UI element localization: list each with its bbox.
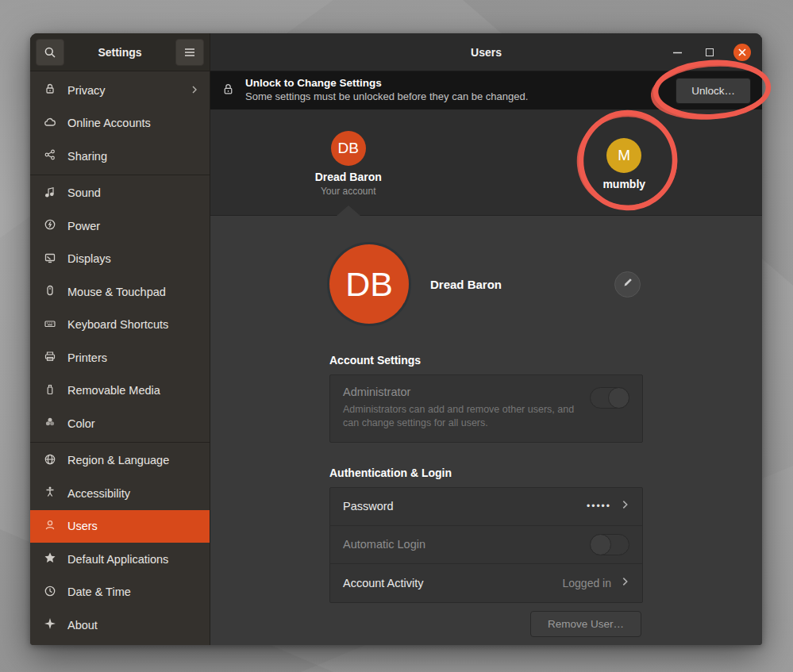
- sidebar-item-power[interactable]: Power: [30, 209, 210, 243]
- sidebar-item-label: Default Applications: [67, 553, 168, 566]
- sidebar-titlebar: Settings: [30, 33, 210, 71]
- sidebar-item-label: Removable Media: [67, 384, 160, 397]
- toggle-knob: [590, 534, 611, 555]
- profile-avatar[interactable]: DB: [329, 244, 409, 324]
- sidebar-item-sound[interactable]: Sound: [30, 177, 210, 210]
- pencil-icon: [622, 277, 633, 291]
- sidebar-item-label: Date & Time: [67, 586, 131, 598]
- flash-drive-icon: [44, 383, 56, 398]
- sidebar-item-label: Printers: [67, 351, 107, 364]
- keyboard-icon: [44, 317, 56, 332]
- administrator-toggle[interactable]: [590, 387, 629, 409]
- sidebar-item-label: Displays: [67, 252, 111, 265]
- globe-icon: [44, 453, 56, 468]
- chevron-right-icon: [621, 499, 629, 513]
- search-button[interactable]: [36, 39, 64, 66]
- users-panel: Users Unlock to Change Settings Some set…: [210, 33, 762, 645]
- automatic-login-row: Automatic Login: [330, 526, 642, 564]
- banner-texts: Unlock to Change Settings Some settings …: [245, 77, 528, 103]
- authentication-card: Password ••••• Automatic Login: [329, 487, 643, 603]
- sidebar-item-online-accounts[interactable]: Online Accounts: [30, 107, 210, 140]
- sidebar-item-displays[interactable]: Displays: [30, 243, 210, 276]
- power-icon: [44, 218, 56, 233]
- minimize-button[interactable]: [668, 44, 686, 61]
- sparkle-icon: [44, 617, 56, 632]
- mouse-icon: [44, 284, 56, 299]
- headerbar: Users: [210, 33, 762, 71]
- sidebar: Settings Privacy Onl: [30, 33, 210, 645]
- account-activity-row[interactable]: Account Activity Logged in: [330, 564, 642, 602]
- printer-icon: [44, 350, 56, 365]
- rename-button[interactable]: [614, 271, 641, 298]
- window-controls: [668, 33, 751, 71]
- maximize-button[interactable]: [701, 44, 718, 61]
- sidebar-item-users[interactable]: Users: [30, 510, 210, 543]
- password-row[interactable]: Password •••••: [330, 488, 642, 526]
- user-selector-strip: DB Dread Baron Your account M mumbly: [210, 109, 762, 216]
- sidebar-item-mouse-touchpad[interactable]: Mouse & Touchpad: [30, 275, 210, 309]
- administrator-row: Administrator Administrators can add and…: [330, 375, 642, 442]
- settings-window: Settings Privacy Onl: [30, 33, 762, 645]
- chevron-right-icon: [191, 84, 198, 97]
- star-icon: [44, 551, 56, 566]
- administrator-description: Administrators can add and remove other …: [343, 403, 581, 430]
- sidebar-item-label: Users: [67, 520, 98, 532]
- remove-user-button[interactable]: Remove User…: [530, 611, 641, 637]
- selected-tab-pointer: [337, 205, 360, 216]
- sidebar-title: Settings: [64, 46, 175, 59]
- sidebar-item-label: Color: [67, 417, 95, 430]
- banner-title: Unlock to Change Settings: [245, 77, 528, 90]
- sidebar-list: Privacy Online Accounts Sharing: [30, 71, 210, 645]
- sidebar-item-label: Keyboard Shortcuts: [67, 318, 168, 331]
- menu-button[interactable]: [175, 39, 204, 66]
- user-tab-dread-baron[interactable]: DB Dread Baron Your account: [210, 109, 487, 215]
- banner-subtitle: Some settings must be unlocked before th…: [245, 90, 528, 103]
- account-content: DB Dread Baron Account Settings Administ…: [210, 216, 762, 645]
- sidebar-item-label: Region & Language: [67, 454, 169, 467]
- user-subtitle: Your account: [321, 186, 376, 197]
- sidebar-item-label: Privacy: [67, 84, 106, 97]
- unlock-button[interactable]: Unlock…: [676, 78, 751, 104]
- sidebar-item-printers[interactable]: Printers: [30, 341, 210, 374]
- profile-name: Dread Baron: [430, 278, 502, 291]
- users-icon: [44, 519, 56, 534]
- sidebar-item-removable-media[interactable]: Removable Media: [30, 374, 210, 408]
- sidebar-item-label: Online Accounts: [67, 117, 151, 129]
- user-tab-mumbly[interactable]: M mumbly: [487, 109, 763, 215]
- automatic-login-label: Automatic Login: [343, 538, 425, 551]
- sidebar-item-color[interactable]: Color: [30, 407, 210, 440]
- user-name: mumbly: [602, 178, 645, 190]
- sidebar-item-label: Sharing: [67, 150, 107, 163]
- toggle-knob: [608, 387, 629, 409]
- sidebar-item-sharing[interactable]: Sharing: [30, 140, 210, 173]
- clock-icon: [44, 585, 56, 600]
- sidebar-item-region-language[interactable]: Region & Language: [30, 444, 210, 478]
- password-dots: •••••: [587, 501, 611, 512]
- user-name: Dread Baron: [315, 171, 382, 183]
- sidebar-item-privacy[interactable]: Privacy: [30, 74, 210, 107]
- sidebar-item-label: Mouse & Touchpad: [67, 286, 166, 298]
- unlock-banner: Unlock to Change Settings Some settings …: [210, 71, 762, 109]
- sidebar-item-about[interactable]: About: [30, 609, 210, 642]
- section-heading-account-settings: Account Settings: [329, 354, 643, 367]
- sidebar-item-label: Power: [67, 220, 100, 232]
- sidebar-item-keyboard-shortcuts[interactable]: Keyboard Shortcuts: [30, 309, 210, 342]
- chevron-right-icon: [621, 576, 629, 590]
- accessibility-icon: [44, 486, 56, 501]
- account-settings-card: Administrator Administrators can add and…: [329, 374, 643, 443]
- account-activity-value: Logged in: [562, 577, 611, 589]
- share-icon: [44, 148, 56, 163]
- section-heading-authentication: Authentication & Login: [329, 467, 643, 479]
- sidebar-item-default-applications[interactable]: Default Applications: [30, 543, 210, 576]
- sidebar-separator: [30, 175, 210, 175]
- automatic-login-toggle[interactable]: [590, 534, 629, 555]
- lock-icon: [221, 83, 235, 99]
- sidebar-item-date-time[interactable]: Date & Time: [30, 576, 210, 609]
- sidebar-item-accessibility[interactable]: Accessibility: [30, 477, 210, 510]
- menu-icon: [184, 48, 195, 57]
- avatar: M: [606, 138, 641, 173]
- close-button[interactable]: [733, 44, 751, 61]
- sidebar-separator: [30, 442, 210, 443]
- account-activity-label: Account Activity: [343, 577, 424, 589]
- music-note-icon: [44, 186, 56, 201]
